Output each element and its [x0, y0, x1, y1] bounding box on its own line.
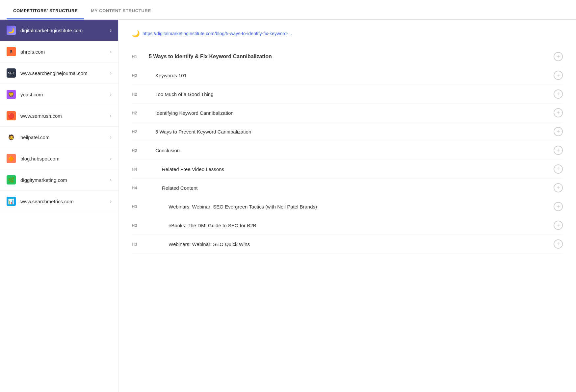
url-favicon-icon: 🌙: [132, 30, 140, 37]
heading-row-0: H15 Ways to Identify & Fix Keyword Canni…: [132, 47, 563, 66]
heading-tag-4: H2: [132, 129, 144, 134]
heading-row-6: H4Related Free Video Lessons+: [132, 160, 563, 179]
content-panel: 🌙 https://digitalmarketinginstitute.com/…: [118, 20, 576, 392]
heading-tag-1: H2: [132, 73, 144, 78]
add-heading-button-0[interactable]: +: [554, 52, 563, 61]
site-name-semrush: www.semrush.com: [20, 113, 110, 119]
favicon-searchmetrics: 📊: [7, 197, 16, 206]
heading-tag-7: H4: [132, 185, 144, 190]
favicon-yoast: 🦁: [7, 90, 16, 99]
site-name-sej: www.searchenginejournal.com: [20, 70, 110, 76]
heading-tag-8: H3: [132, 204, 144, 209]
heading-row-3: H2Identifying Keyword Cannibalization+: [132, 104, 563, 122]
add-heading-button-8[interactable]: +: [554, 202, 563, 211]
heading-tag-3: H2: [132, 110, 144, 115]
sidebar-item-neilpatel[interactable]: 🧔neilpatel.com›: [0, 127, 118, 148]
headings-list: H15 Ways to Identify & Fix Keyword Canni…: [132, 47, 563, 254]
heading-text-4: 5 Ways to Prevent Keyword Cannibalizatio…: [149, 128, 550, 135]
favicon-sej: SEJ: [7, 68, 16, 78]
sidebar: 🌙digitalmarketinginstitute.com›aahrefs.c…: [0, 20, 118, 392]
chevron-icon-neilpatel: ›: [110, 135, 112, 140]
heading-text-5: Conclusion: [149, 147, 550, 154]
sidebar-item-diggity[interactable]: 🌿diggitymarketing.com›: [0, 169, 118, 191]
add-heading-button-4[interactable]: +: [554, 127, 563, 136]
sidebar-item-searchmetrics[interactable]: 📊www.searchmetrics.com›: [0, 191, 118, 212]
add-heading-button-3[interactable]: +: [554, 108, 563, 117]
heading-tag-0: H1: [132, 54, 144, 59]
heading-text-2: Too Much of a Good Thing: [149, 91, 550, 98]
tab-competitors[interactable]: COMPETITORS' STRUCTURE: [7, 3, 84, 19]
favicon-hubspot: 🔶: [7, 154, 16, 163]
favicon-ahrefs: a: [7, 47, 16, 56]
heading-tag-10: H3: [132, 242, 144, 247]
site-name-yoast: yoast.com: [20, 92, 110, 97]
heading-row-5: H2Conclusion+: [132, 141, 563, 160]
sidebar-item-ahrefs[interactable]: aahrefs.com›: [0, 41, 118, 62]
favicon-neilpatel: 🧔: [7, 133, 16, 142]
heading-text-9: eBooks: The DMI Guide to SEO for B2B: [149, 222, 550, 229]
favicon-dmi: 🌙: [7, 26, 16, 35]
favicon-diggity: 🌿: [7, 175, 16, 184]
heading-row-7: H4Related Content+: [132, 179, 563, 197]
chevron-icon-yoast: ›: [110, 92, 112, 97]
heading-text-6: Related Free Video Lessons: [149, 166, 550, 173]
url-link[interactable]: https://digitalmarketinginstitute.com/bl…: [143, 31, 292, 36]
add-heading-button-1[interactable]: +: [554, 71, 563, 80]
heading-text-3: Identifying Keyword Cannibalization: [149, 110, 550, 116]
site-name-neilpatel: neilpatel.com: [20, 135, 110, 140]
chevron-icon-semrush: ›: [110, 113, 112, 118]
heading-row-9: H3eBooks: The DMI Guide to SEO for B2B+: [132, 216, 563, 235]
url-bar: 🌙 https://digitalmarketinginstitute.com/…: [132, 30, 563, 37]
heading-row-4: H25 Ways to Prevent Keyword Cannibalizat…: [132, 122, 563, 141]
heading-row-1: H2Keywords 101+: [132, 66, 563, 85]
heading-tag-2: H2: [132, 92, 144, 97]
add-heading-button-5[interactable]: +: [554, 146, 563, 155]
sidebar-item-hubspot[interactable]: 🔶blog.hubspot.com›: [0, 148, 118, 169]
tab-my-content[interactable]: MY CONTENT STRUCTURE: [84, 3, 157, 19]
sidebar-item-yoast[interactable]: 🦁yoast.com›: [0, 84, 118, 105]
add-heading-button-6[interactable]: +: [554, 164, 563, 174]
heading-text-8: Webinars: Webinar: SEO Evergreen Tactics…: [149, 203, 550, 210]
chevron-icon-searchmetrics: ›: [110, 199, 112, 204]
heading-tag-5: H2: [132, 148, 144, 153]
heading-text-7: Related Content: [149, 184, 550, 191]
add-heading-button-7[interactable]: +: [554, 183, 563, 192]
heading-text-0: 5 Ways to Identify & Fix Keyword Canniba…: [149, 53, 550, 60]
favicon-semrush: 🔴: [7, 111, 16, 120]
main-layout: 🌙digitalmarketinginstitute.com›aahrefs.c…: [0, 20, 576, 392]
heading-tag-6: H4: [132, 167, 144, 172]
site-name-dmi: digitalmarketinginstitute.com: [20, 28, 110, 33]
add-heading-button-2[interactable]: +: [554, 89, 563, 99]
add-heading-button-9[interactable]: +: [554, 221, 563, 230]
chevron-icon-dmi: ›: [110, 28, 112, 33]
chevron-icon-sej: ›: [110, 70, 112, 76]
heading-row-10: H3Webinars: Webinar: SEO Quick Wins+: [132, 235, 563, 254]
heading-text-10: Webinars: Webinar: SEO Quick Wins: [149, 241, 550, 248]
add-heading-button-10[interactable]: +: [554, 239, 563, 249]
heading-text-1: Keywords 101: [149, 72, 550, 79]
sidebar-item-dmi[interactable]: 🌙digitalmarketinginstitute.com›: [0, 20, 118, 41]
sidebar-item-sej[interactable]: SEJwww.searchenginejournal.com›: [0, 62, 118, 84]
site-name-diggity: diggitymarketing.com: [20, 177, 110, 183]
heading-tag-9: H3: [132, 223, 144, 228]
site-name-ahrefs: ahrefs.com: [20, 49, 110, 55]
site-name-searchmetrics: www.searchmetrics.com: [20, 199, 110, 204]
heading-row-2: H2Too Much of a Good Thing+: [132, 85, 563, 104]
sidebar-item-semrush[interactable]: 🔴www.semrush.com›: [0, 105, 118, 127]
chevron-icon-diggity: ›: [110, 177, 112, 183]
heading-row-8: H3Webinars: Webinar: SEO Evergreen Tacti…: [132, 197, 563, 216]
chevron-icon-hubspot: ›: [110, 156, 112, 161]
site-name-hubspot: blog.hubspot.com: [20, 156, 110, 161]
chevron-icon-ahrefs: ›: [110, 49, 112, 54]
tabs-bar: COMPETITORS' STRUCTURE MY CONTENT STRUCT…: [0, 0, 576, 20]
